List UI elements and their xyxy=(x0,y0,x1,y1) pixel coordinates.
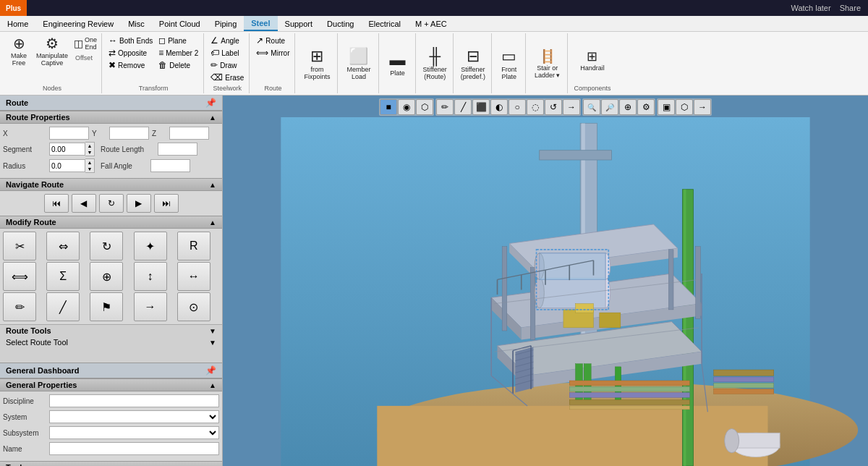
front-plate-btn[interactable]: ▭ FrontPlate xyxy=(496,35,522,92)
label-btn[interactable]: 🏷 Label xyxy=(208,47,246,59)
z-input[interactable] xyxy=(169,127,209,140)
menu-steel[interactable]: Steel xyxy=(244,16,277,31)
y-input[interactable] xyxy=(109,127,149,140)
vp-view-btn[interactable]: ⬡ xyxy=(416,99,433,115)
one-end-btn[interactable]: ◫ OneEnd xyxy=(72,35,98,52)
navigate-route-header[interactable]: Navigate Route ▲ xyxy=(0,178,222,191)
menu-m-aec[interactable]: M + AEC xyxy=(408,16,454,31)
vp-circle-btn[interactable]: ○ xyxy=(509,99,526,115)
tool-2[interactable]: ⇔ xyxy=(46,232,80,260)
general-properties-collapse[interactable]: ▲ xyxy=(209,381,216,389)
vp-dotcircle-btn[interactable]: ◌ xyxy=(527,99,544,115)
fall-angle-input[interactable] xyxy=(150,159,190,172)
system-select[interactable] xyxy=(49,410,219,423)
modify-route-collapse[interactable]: ▲ xyxy=(209,219,216,226)
nav-next-btn[interactable]: ▶ xyxy=(127,194,151,213)
plane-btn[interactable]: ◻ Plane xyxy=(156,35,200,46)
tool-11[interactable]: ✏ xyxy=(3,292,36,321)
vp-select-btn[interactable]: ■ xyxy=(380,99,397,115)
tool-12[interactable]: ╱ xyxy=(46,292,80,321)
vp-nav-btn[interactable]: → xyxy=(694,99,711,115)
angle-btn[interactable]: ∠ Angle xyxy=(208,35,246,46)
vp-orbit-btn[interactable]: ◉ xyxy=(398,99,415,115)
menu-electrical[interactable]: Electrical xyxy=(361,16,408,31)
remove-btn[interactable]: ✖ Remove xyxy=(106,59,155,71)
segment-down[interactable]: ▼ xyxy=(85,149,94,156)
nav-last-btn[interactable]: ⏭ xyxy=(154,194,179,213)
route-btn[interactable]: ↗ Route xyxy=(254,35,292,46)
nav-prev-btn[interactable]: ◀ xyxy=(72,194,96,213)
vp-hex-btn[interactable]: ⬡ xyxy=(676,99,693,115)
x-input[interactable] xyxy=(49,127,89,140)
vp-fill-btn[interactable]: ◐ xyxy=(490,99,508,115)
share-btn[interactable]: Share xyxy=(840,4,861,12)
subsystem-select[interactable] xyxy=(49,426,219,439)
plate-btn[interactable]: ▬ Plate xyxy=(385,35,411,92)
menu-misc[interactable]: Misc xyxy=(121,16,152,31)
make-free-btn[interactable]: ⊕ MakeFree xyxy=(6,35,32,68)
tool-15[interactable]: ⊙ xyxy=(177,292,210,321)
nav-refresh-btn[interactable]: ↻ xyxy=(99,194,124,213)
tool-13[interactable]: ⚑ xyxy=(90,292,123,321)
navigate-route-collapse[interactable]: ▲ xyxy=(209,181,216,189)
vp-zoomin-btn[interactable]: 🔍 xyxy=(583,99,600,115)
manipulate-captive-btn[interactable]: ⚙ ManipulateCaptive xyxy=(33,35,71,68)
tool-4[interactable]: ✦ xyxy=(134,232,167,260)
erase-btn[interactable]: ⌫ Erase xyxy=(208,72,246,83)
vp-redo-btn[interactable]: → xyxy=(563,99,580,115)
modify-route-header[interactable]: Modify Route ▲ xyxy=(0,216,222,229)
menu-engineering-review[interactable]: Engineering Review xyxy=(35,16,121,31)
segment-up[interactable]: ▲ xyxy=(85,143,94,149)
tools-header[interactable]: Tools ▲ xyxy=(0,461,222,466)
tools-collapse[interactable]: ▲ xyxy=(209,464,216,467)
discipline-input[interactable] xyxy=(49,394,219,407)
select-route-tool-arrow[interactable]: ▼ xyxy=(209,339,216,347)
tool-14[interactable]: → xyxy=(134,292,167,321)
stiffener-route-btn[interactable]: ╫ Stiffener(Route) xyxy=(420,35,450,92)
radius-input[interactable] xyxy=(49,159,85,172)
opposite-btn[interactable]: ⇄ Opposite xyxy=(106,47,155,59)
from-fixpoints-btn[interactable]: ⊞ fromFixpoints xyxy=(301,35,333,92)
both-ends-btn[interactable]: ↔ Both Ends xyxy=(106,35,155,46)
radius-up[interactable]: ▲ xyxy=(85,159,94,166)
menu-piping[interactable]: Piping xyxy=(208,16,244,31)
vp-undo-btn[interactable]: ↺ xyxy=(545,99,562,115)
tool-8[interactable]: ⊕ xyxy=(90,262,123,291)
watch-later-btn[interactable]: Watch later xyxy=(791,4,830,12)
tool-7[interactable]: Σ xyxy=(46,262,80,291)
tool-10[interactable]: ↔ xyxy=(177,262,210,291)
menu-point-cloud[interactable]: Point Cloud xyxy=(152,16,208,31)
vp-shape-btn[interactable]: ⬛ xyxy=(472,99,490,115)
segment-input[interactable] xyxy=(49,143,85,156)
vp-zoomout-btn[interactable]: 🔎 xyxy=(601,99,618,115)
nav-first-btn[interactable]: ⏮ xyxy=(44,194,69,213)
stiffener-predef-btn[interactable]: ⊟ Stiffener(predef.) xyxy=(458,35,488,92)
menu-support[interactable]: Support xyxy=(278,16,320,31)
tool-9[interactable]: ↕ xyxy=(134,262,167,291)
tool-1[interactable]: ✂ xyxy=(3,232,36,260)
segment-spinner[interactable]: ▲ ▼ xyxy=(49,142,95,156)
menu-ducting[interactable]: Ducting xyxy=(320,16,361,31)
tool-3[interactable]: ↻ xyxy=(90,232,123,260)
radius-down[interactable]: ▼ xyxy=(85,166,94,172)
route-properties-collapse[interactable]: ▲ xyxy=(209,114,216,122)
handrail-btn[interactable]: ⊞ Handrail xyxy=(577,35,608,85)
vp-zoomfit-btn[interactable]: ⊕ xyxy=(619,99,637,115)
delete-btn[interactable]: 🗑 Delete xyxy=(156,59,200,71)
tool-6[interactable]: ⟺ xyxy=(3,262,36,291)
radius-spinner[interactable]: ▲ ▼ xyxy=(49,158,95,173)
vp-settings-btn[interactable]: ⚙ xyxy=(637,99,655,115)
route-panel-pin[interactable]: 📌 xyxy=(205,98,216,108)
mirror-btn[interactable]: ⟺ Mirror xyxy=(254,47,292,59)
vp-grid-btn[interactable]: ▣ xyxy=(658,99,675,115)
stair-ladder-btn[interactable]: 🪜 Stair orLadder ▾ xyxy=(532,35,563,92)
member2-btn[interactable]: ≡ Member 2 xyxy=(156,47,200,59)
route-properties-header[interactable]: Route Properties ▲ xyxy=(0,111,222,124)
menu-home[interactable]: Home xyxy=(0,16,35,31)
general-dashboard-pin[interactable]: 📌 xyxy=(205,365,216,376)
route-tools-arrow[interactable]: ▼ xyxy=(209,327,216,335)
vp-pen-btn[interactable]: ✏ xyxy=(436,99,454,115)
tool-5[interactable]: R xyxy=(177,232,210,260)
member-load-btn[interactable]: ⬜ MemberLoad xyxy=(344,35,373,92)
vp-line-btn[interactable]: ╱ xyxy=(454,99,472,115)
